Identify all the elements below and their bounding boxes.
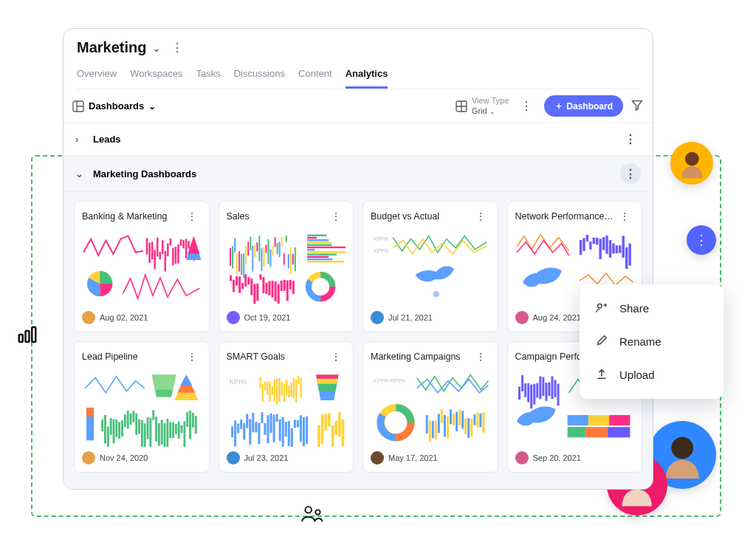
add-dashboard-link[interactable]: ＋ Dashboard bbox=[63, 481, 653, 490]
plus-icon: ＋ bbox=[554, 100, 563, 112]
svg-rect-202 bbox=[324, 414, 327, 431]
svg-rect-217 bbox=[447, 417, 449, 439]
context-menu-rename[interactable]: Rename bbox=[580, 325, 724, 358]
svg-rect-229 bbox=[482, 412, 484, 433]
svg-rect-164 bbox=[278, 378, 280, 402]
svg-rect-83 bbox=[247, 277, 250, 284]
card-date: Aug 24, 2021 bbox=[533, 313, 581, 322]
dashboard-card[interactable]: Banking & Marketing ⋮ Aug 02, 2021 bbox=[74, 201, 210, 332]
svg-rect-193 bbox=[287, 421, 289, 446]
svg-rect-107 bbox=[592, 238, 594, 244]
svg-rect-109 bbox=[599, 239, 601, 259]
card-title: Sales bbox=[227, 211, 250, 222]
svg-rect-77 bbox=[230, 275, 232, 281]
svg-rect-143 bbox=[164, 423, 166, 447]
svg-rect-30 bbox=[188, 241, 190, 248]
svg-rect-238 bbox=[542, 377, 544, 397]
svg-rect-146 bbox=[172, 422, 174, 438]
svg-rect-47 bbox=[256, 242, 258, 251]
section-more-button-active[interactable]: ⋮ bbox=[620, 163, 641, 184]
svg-rect-206 bbox=[338, 412, 341, 436]
header-more-button[interactable]: ⋮ bbox=[167, 39, 188, 56]
view-type-selector[interactable]: View Type Grid ⌄ bbox=[456, 96, 509, 115]
svg-rect-37 bbox=[234, 238, 236, 253]
section-leads[interactable]: › Leads ⋮ bbox=[63, 123, 653, 156]
svg-rect-152 bbox=[189, 411, 191, 439]
dashboard-card[interactable]: Marketing Campaigns ⋮ KPI% KPI% May 17, … bbox=[362, 341, 498, 473]
dashboard-card[interactable]: Lead Pipeline ⋮ Nov 24, 2020 bbox=[74, 341, 210, 473]
card-more-button[interactable]: ⋮ bbox=[182, 209, 202, 224]
card-more-button[interactable]: ⋮ bbox=[182, 349, 202, 364]
card-date: Oct 19, 2021 bbox=[244, 313, 291, 322]
svg-rect-52 bbox=[267, 239, 269, 264]
view-type-value: Grid bbox=[472, 106, 487, 115]
dashboard-card[interactable]: Sales ⋮ Oct 19, 2021 bbox=[219, 201, 354, 332]
svg-rect-195 bbox=[293, 419, 295, 428]
card-title: Banking & Marketing bbox=[82, 211, 167, 222]
card-title: Network Performance… bbox=[515, 211, 614, 222]
chevron-down-icon[interactable]: ⌄ bbox=[148, 101, 156, 112]
bar-chart-icon bbox=[16, 323, 38, 346]
add-dashboard-button[interactable]: ＋ Dashboard bbox=[544, 95, 623, 117]
svg-rect-57 bbox=[278, 241, 280, 257]
dashboard-card[interactable]: SMART Goals ⋮ KPI% Jul 23, 2021 bbox=[219, 341, 354, 473]
section-marketing-dashboards[interactable]: ⌄ Marketing Dashboards ⋮ bbox=[63, 156, 653, 192]
context-menu-rename-label: Rename bbox=[619, 335, 662, 348]
card-date: Aug 02, 2021 bbox=[100, 313, 148, 322]
svg-rect-95 bbox=[283, 280, 285, 291]
filter-icon[interactable] bbox=[630, 98, 644, 114]
context-menu-upload[interactable]: Upload bbox=[580, 358, 724, 391]
svg-rect-42 bbox=[245, 246, 247, 264]
svg-rect-87 bbox=[259, 274, 261, 280]
header: Marketing ⌄ ⋮ OverviewWorkspacesTasksDis… bbox=[63, 29, 653, 89]
svg-rect-72 bbox=[307, 251, 346, 253]
svg-rect-167 bbox=[285, 380, 286, 396]
svg-rect-213 bbox=[435, 421, 437, 440]
svg-rect-225 bbox=[470, 419, 472, 437]
svg-rect-39 bbox=[238, 251, 240, 272]
tab-workspaces[interactable]: Workspaces bbox=[130, 64, 182, 89]
tab-content[interactable]: Content bbox=[298, 64, 332, 89]
svg-point-5 bbox=[685, 152, 699, 166]
more-collaborators-button[interactable]: ⋮ bbox=[687, 225, 716, 255]
context-menu-share[interactable]: Share bbox=[580, 292, 724, 325]
svg-rect-98 bbox=[292, 281, 294, 294]
tab-analytics[interactable]: Analytics bbox=[346, 64, 388, 89]
card-more-button[interactable]: ⋮ bbox=[326, 209, 346, 224]
svg-rect-186 bbox=[267, 415, 269, 443]
svg-rect-138 bbox=[149, 418, 151, 447]
chevron-down-icon: ⌄ bbox=[489, 108, 495, 115]
dashboards-dropdown[interactable]: Dashboards bbox=[89, 100, 144, 112]
svg-rect-219 bbox=[453, 414, 455, 425]
toolbar-more-button[interactable]: ⋮ bbox=[516, 97, 537, 114]
tab-overview[interactable]: Overview bbox=[77, 64, 117, 89]
svg-rect-249 bbox=[608, 427, 630, 437]
card-title: Budget vs Actual bbox=[371, 211, 439, 222]
card-more-button[interactable]: ⋮ bbox=[615, 209, 634, 224]
card-more-button[interactable]: ⋮ bbox=[471, 349, 490, 364]
svg-rect-159 bbox=[267, 382, 268, 395]
svg-rect-182 bbox=[255, 422, 257, 432]
svg-rect-222 bbox=[461, 411, 464, 428]
svg-rect-67 bbox=[307, 239, 329, 241]
svg-rect-137 bbox=[147, 417, 149, 439]
dashboard-layout-icon bbox=[72, 100, 84, 112]
svg-rect-127 bbox=[118, 422, 120, 438]
svg-rect-55 bbox=[274, 237, 275, 247]
card-more-button[interactable]: ⋮ bbox=[471, 209, 490, 224]
section-leads-more[interactable]: ⋮ bbox=[620, 131, 641, 148]
title-chevron-down-icon[interactable]: ⌄ bbox=[152, 42, 161, 54]
tab-tasks[interactable]: Tasks bbox=[196, 64, 220, 89]
svg-rect-165 bbox=[281, 382, 282, 396]
svg-rect-43 bbox=[247, 241, 249, 256]
svg-rect-218 bbox=[450, 410, 452, 425]
svg-rect-233 bbox=[527, 383, 529, 402]
svg-rect-128 bbox=[121, 420, 123, 436]
dashboard-card[interactable]: Budget vs Actual ⋮ KPI%KPI% Jul 21, 2021 bbox=[362, 201, 498, 332]
avatar bbox=[227, 451, 240, 465]
svg-rect-216 bbox=[444, 415, 446, 437]
chevron-down-icon: ⌄ bbox=[75, 168, 86, 179]
tab-discussions[interactable]: Discussions bbox=[234, 64, 285, 89]
card-more-button[interactable]: ⋮ bbox=[326, 349, 346, 364]
svg-rect-211 bbox=[429, 420, 431, 441]
